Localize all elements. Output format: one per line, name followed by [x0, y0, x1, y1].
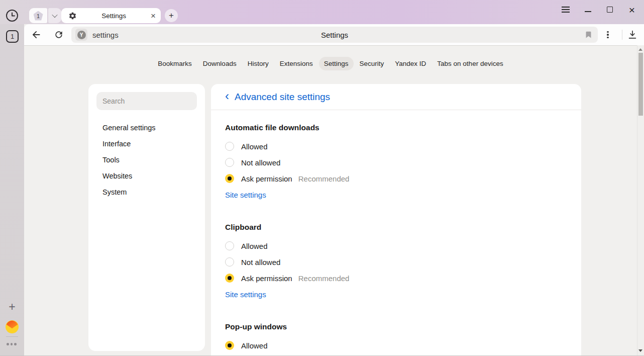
nav-item-bookmarks[interactable]: Bookmarks [153, 57, 197, 70]
radio-option-ask-permission[interactable]: Ask permissionRecommended [225, 170, 567, 187]
back-button[interactable] [29, 27, 44, 42]
sidebar-item-websites[interactable]: Websites [88, 168, 205, 184]
radio-label: Not allowed [241, 158, 280, 167]
search-input[interactable] [96, 92, 197, 110]
radio-button[interactable] [225, 158, 234, 167]
radio-option-allowed[interactable]: Allowed [225, 238, 567, 254]
browser-window: 1 Settings × + × 1 + [0, 0, 644, 356]
new-tab-button[interactable]: + [165, 9, 178, 22]
back-chevron-icon[interactable]: ‹ [225, 90, 229, 102]
maximize-button[interactable] [603, 3, 617, 17]
browser-menu-button[interactable] [559, 3, 573, 17]
radio-option-allowed[interactable]: Allowed [225, 138, 567, 154]
tab-strip: 1 Settings × + × [0, 0, 644, 24]
settings-section-clipboard: ClipboardAllowedNot allowedAsk permissio… [225, 223, 567, 301]
settings-main-card: ‹ Advanced site settings Automatic file … [211, 84, 581, 355]
radio-label: Allowed [241, 142, 268, 151]
maximize-icon [607, 7, 613, 13]
toolbar-divider [622, 30, 622, 40]
settings-category-list: General settingsInterfaceToolsWebsitesSy… [88, 120, 205, 200]
tab-title: Settings [77, 12, 151, 20]
recommended-badge: Recommended [298, 174, 350, 183]
rail-more-button[interactable] [7, 343, 18, 345]
page-scrollbar[interactable] [637, 45, 644, 355]
nav-item-downloads[interactable]: Downloads [198, 57, 242, 70]
advanced-settings-header[interactable]: ‹ Advanced site settings [211, 84, 581, 110]
bookmark-icon[interactable] [584, 30, 593, 42]
radio-button[interactable] [225, 174, 234, 183]
nav-item-settings[interactable]: Settings [319, 57, 354, 70]
rail-tab-counter[interactable]: 1 [6, 30, 19, 43]
tab-group-control: 1 [29, 8, 61, 23]
section-title: Pop-up windows [225, 322, 567, 331]
minimize-button[interactable] [581, 3, 595, 17]
yandex-site-badge: Y [77, 31, 86, 39]
settings-page: BookmarksDownloadsHistoryExtensionsSetti… [24, 45, 644, 355]
radio-button[interactable] [225, 142, 234, 151]
radio-button[interactable] [225, 241, 234, 250]
sidebar-item-general-settings[interactable]: General settings [88, 120, 205, 136]
toolbar-menu-icon[interactable] [601, 27, 615, 42]
window-controls: × [559, 3, 639, 17]
radio-option-not-allowed[interactable]: Not allowedRecommended [225, 353, 567, 355]
rail-divider [6, 336, 18, 337]
nav-item-yandex-id[interactable]: Yandex ID [390, 57, 431, 70]
tab-close-icon[interactable]: × [151, 12, 156, 20]
nav-item-extensions[interactable]: Extensions [275, 57, 318, 70]
settings-sections: Automatic file downloadsAllowedNot allow… [211, 123, 581, 355]
settings-sidebar: General settingsInterfaceToolsWebsitesSy… [88, 84, 205, 351]
radio-label: Allowed [241, 242, 268, 250]
address-bar[interactable]: Y settings Settings [71, 27, 598, 43]
close-button[interactable]: × [625, 3, 639, 17]
nav-item-tabs-on-other-devices[interactable]: Tabs on other devices [432, 57, 508, 70]
sidebar-item-system[interactable]: System [88, 184, 205, 200]
section-title: Automatic file downloads [225, 123, 567, 132]
url-text[interactable]: settings [92, 27, 119, 43]
side-rail: 1 + [0, 24, 24, 355]
site-settings-link-row: Site settings [225, 191, 567, 202]
settings-nav: BookmarksDownloadsHistoryExtensionsSetti… [24, 57, 637, 70]
site-settings-link[interactable]: Site settings [225, 290, 266, 299]
minimize-icon [585, 11, 591, 12]
radio-option-not-allowed[interactable]: Not allowed [225, 154, 567, 170]
radio-label: Not allowed [241, 258, 280, 266]
page-title: Settings [71, 27, 598, 43]
radio-label: Ask permission [241, 274, 292, 283]
site-icon[interactable]: Y [75, 29, 87, 41]
scrollbar-thumb[interactable] [638, 53, 643, 116]
rail-add-button[interactable]: + [6, 300, 18, 314]
radio-option-ask-permission[interactable]: Ask permissionRecommended [225, 270, 567, 286]
scroll-up-arrow[interactable] [638, 48, 642, 51]
close-icon: × [629, 5, 635, 15]
nav-item-security[interactable]: Security [355, 57, 389, 70]
settings-section-pop-up-windows: Pop-up windowsAllowedNot allowedRecommen… [225, 322, 567, 355]
section-title: Clipboard [225, 223, 567, 232]
downloads-button[interactable] [625, 27, 640, 42]
tab-group-dropdown[interactable] [48, 8, 61, 23]
sidebar-item-interface[interactable]: Interface [88, 136, 205, 152]
toolbar: Y settings Settings [24, 24, 644, 45]
radio-button[interactable] [225, 257, 234, 266]
chevron-down-icon [52, 12, 57, 18]
site-settings-link[interactable]: Site settings [225, 191, 266, 199]
recommended-badge: Recommended [298, 274, 350, 283]
radio-button[interactable] [225, 274, 234, 283]
advanced-settings-title: Advanced site settings [235, 92, 330, 103]
sidebar-item-tools[interactable]: Tools [88, 152, 205, 168]
site-settings-link-row: Site settings [225, 290, 567, 301]
scroll-down-arrow[interactable] [638, 349, 642, 352]
yandex-mail-icon[interactable] [6, 320, 19, 333]
tab-count-badge: 1 [34, 11, 43, 21]
radio-button[interactable] [225, 341, 234, 350]
tab-group-badge[interactable]: 1 [29, 8, 47, 23]
hamburger-icon [562, 9, 570, 10]
reload-button[interactable] [51, 27, 66, 42]
history-clock-icon[interactable] [6, 9, 19, 22]
settings-section-automatic-file-downloads: Automatic file downloadsAllowedNot allow… [225, 123, 567, 202]
radio-option-not-allowed[interactable]: Not allowed [225, 254, 567, 270]
radio-option-allowed[interactable]: Allowed [225, 337, 567, 353]
gear-icon [68, 12, 77, 20]
tab-settings[interactable]: Settings × [61, 8, 161, 23]
radio-label: Ask permission [241, 174, 292, 183]
nav-item-history[interactable]: History [243, 57, 274, 70]
